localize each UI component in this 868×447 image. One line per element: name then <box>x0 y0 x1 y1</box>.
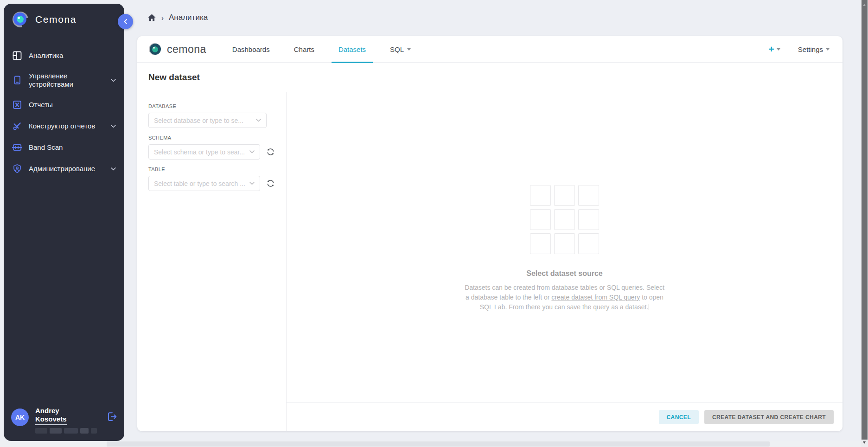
sidebar: Cemona Аналитика Управление устройствами <box>4 4 124 441</box>
plus-icon: + <box>769 44 774 54</box>
caret-down-icon <box>777 48 780 52</box>
empty-state-title: Select dataset source <box>430 269 699 278</box>
sidebar-item-label: Администрирование <box>29 165 104 173</box>
sidebar-item-device-management[interactable]: Управление устройствами <box>4 66 124 94</box>
sidebar-item-label: Управление устройствами <box>29 72 98 89</box>
refresh-schemas-icon[interactable] <box>266 147 275 156</box>
table-select[interactable]: Select table or type to search ... <box>148 176 260 191</box>
chevron-down-icon <box>256 119 261 122</box>
navbar-brand-name[interactable]: cemona <box>167 43 206 56</box>
database-select[interactable]: Select database or type to se... <box>148 113 267 128</box>
sidebar-item-band-scan[interactable]: Band Scan <box>4 137 124 158</box>
main-card: cemona Dashboards Charts Datasets SQL <box>137 36 842 431</box>
breadcrumb: › Аналитика <box>147 13 208 22</box>
tab-dashboards[interactable]: Dashboards <box>220 36 282 63</box>
device-icon <box>12 75 22 85</box>
settings-dropdown[interactable]: Settings <box>798 45 830 53</box>
scroll-up-arrow-icon[interactable] <box>863 2 866 6</box>
sidebar-brand: Cemona <box>4 4 124 28</box>
cemona-logo-icon <box>12 11 29 28</box>
redacted-text <box>35 428 100 434</box>
scroll-down-arrow-icon[interactable] <box>863 441 866 445</box>
sidebar-item-label: Аналитика <box>29 51 116 60</box>
chevron-down-icon <box>249 182 255 185</box>
caret-down-icon <box>826 48 830 52</box>
user-profile[interactable]: AK Andrey Kosovets <box>11 407 118 434</box>
dataset-preview-area: Select dataset source Datasets can be cr… <box>287 92 842 402</box>
sidebar-item-administration[interactable]: Администрирование <box>4 158 124 179</box>
chevron-down-icon[interactable] <box>111 167 116 171</box>
breadcrumb-item-analytics[interactable]: Аналитика <box>169 13 208 22</box>
vertical-scrollbar-thumb[interactable] <box>862 0 868 440</box>
cancel-button[interactable]: CANCEL <box>659 410 699 424</box>
report-x-icon <box>12 100 22 110</box>
table-field: TABLE Select table or type to search ... <box>148 166 275 191</box>
navbar-tabs: Dashboards Charts Datasets SQL <box>220 36 423 63</box>
tab-charts[interactable]: Charts <box>282 36 326 63</box>
horizontal-scrollbar[interactable] <box>0 441 861 447</box>
chevron-down-icon[interactable] <box>111 79 116 82</box>
dashboard-icon <box>12 51 22 61</box>
empty-grid-icon <box>430 185 699 254</box>
create-dataset-and-chart-button[interactable]: CREATE DATASET AND CREATE CHART <box>704 410 834 424</box>
create-dataset-from-sql-link[interactable]: create dataset from SQL query <box>551 294 640 301</box>
band-scan-icon <box>12 142 22 153</box>
logout-icon[interactable] <box>106 411 118 424</box>
user-name: Andrey Kosovets <box>35 407 67 423</box>
text-cursor <box>649 304 649 310</box>
schema-field: SCHEMA Select schema or type to sear... <box>148 135 275 160</box>
avatar: AK <box>11 409 29 426</box>
horizontal-scrollbar-thumb[interactable] <box>107 441 770 447</box>
empty-state: Select dataset source Datasets can be cr… <box>430 185 699 402</box>
schema-select[interactable]: Select schema or type to sear... <box>148 144 260 160</box>
admin-shield-icon <box>12 164 22 174</box>
vertical-scrollbar[interactable] <box>861 0 868 447</box>
report-builder-icon <box>12 121 22 131</box>
sidebar-item-label: Отчеты <box>29 101 116 109</box>
caret-down-icon <box>407 48 411 52</box>
sidebar-brand-name: Cemona <box>35 14 77 25</box>
cemona-navbar-logo-icon[interactable] <box>148 42 162 56</box>
schema-label: SCHEMA <box>148 135 275 140</box>
breadcrumb-separator: › <box>161 14 164 22</box>
sidebar-item-label: Band Scan <box>29 143 116 152</box>
database-field: DATABASE Select database or type to se..… <box>148 103 275 128</box>
tab-datasets[interactable]: Datasets <box>326 36 378 63</box>
page-title: New dataset <box>148 72 200 83</box>
tab-sql[interactable]: SQL <box>378 36 423 63</box>
sidebar-item-label: Конструктор отчетов <box>29 122 104 130</box>
page-header: New dataset <box>137 63 842 92</box>
table-label: TABLE <box>148 166 275 172</box>
sidebar-item-report-builder[interactable]: Конструктор отчетов <box>4 115 124 137</box>
empty-state-description: Datasets can be created from database ta… <box>430 283 699 312</box>
chevron-down-icon[interactable] <box>111 125 116 128</box>
app-window: Cemona Аналитика Управление устройствами <box>0 0 868 447</box>
sidebar-item-analytics[interactable]: Аналитика <box>4 45 124 66</box>
dataset-source-panel: DATABASE Select database or type to se..… <box>137 92 287 431</box>
home-icon[interactable] <box>147 13 156 22</box>
superset-navbar: cemona Dashboards Charts Datasets SQL <box>137 36 842 63</box>
navbar-right: + Settings <box>769 45 831 54</box>
new-item-dropdown[interactable]: + <box>769 45 780 54</box>
refresh-tables-icon[interactable] <box>266 179 275 188</box>
sidebar-collapse-button[interactable] <box>118 14 133 29</box>
database-label: DATABASE <box>148 103 275 109</box>
chevron-down-icon <box>249 150 255 153</box>
footer-actions: CANCEL CREATE DATASET AND CREATE CHART <box>287 402 842 431</box>
sidebar-nav: Аналитика Управление устройствами Отчеты <box>4 45 124 179</box>
sidebar-item-reports[interactable]: Отчеты <box>4 94 124 115</box>
